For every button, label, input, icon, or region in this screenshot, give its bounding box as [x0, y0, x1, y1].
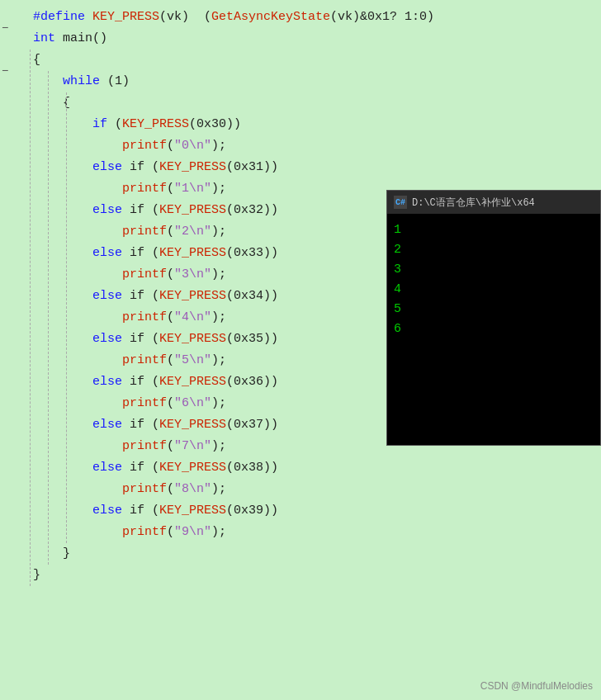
token: (0x36))	[226, 375, 278, 389]
token: "0\n"	[174, 139, 211, 153]
token: (	[107, 117, 122, 131]
token: "2\n"	[174, 225, 211, 239]
token: );	[211, 182, 226, 196]
token: );	[211, 396, 226, 410]
token: if	[33, 117, 107, 131]
token: "5\n"	[174, 353, 211, 367]
token: KEY_PRESS	[159, 203, 226, 217]
code-line: {	[0, 50, 601, 71]
token: else	[33, 418, 122, 432]
token: else	[33, 461, 122, 475]
token: (	[167, 525, 174, 539]
token: }	[33, 568, 40, 582]
token: (0x39))	[226, 504, 278, 518]
token: );	[211, 267, 226, 281]
line-content: }	[30, 565, 601, 586]
code-line: printf("9\n");	[0, 522, 601, 543]
token: else	[33, 246, 122, 260]
token: if (	[122, 332, 159, 346]
token: int	[33, 31, 55, 45]
token: (	[167, 182, 174, 196]
terminal-output-line: 1	[394, 220, 594, 240]
token: (	[167, 439, 174, 453]
terminal-output-line: 4	[394, 280, 594, 300]
token: (vk) (	[159, 10, 211, 24]
token: if (	[122, 289, 159, 303]
token: (0x32))	[226, 203, 278, 217]
token: "8\n"	[174, 482, 211, 496]
terminal-title: D:\C语言仓库\补作业\x64	[412, 196, 535, 210]
editor-area: #define KEY_PRESS(vk) (GetAsyncKeyState(…	[0, 0, 601, 700]
terminal-output-line: 2	[394, 240, 594, 260]
token: else	[33, 160, 122, 174]
token: KEY_PRESS	[159, 332, 226, 346]
token: printf	[33, 353, 167, 367]
terminal-body: 123456	[387, 214, 600, 445]
token: if (	[122, 203, 159, 217]
line-content: int main()	[30, 28, 601, 50]
token: while	[33, 74, 100, 88]
token: else	[33, 289, 122, 303]
line-content: #define KEY_PRESS(vk) (GetAsyncKeyState(…	[30, 7, 601, 28]
terminal-output-line: 6	[394, 319, 594, 339]
token: KEY_PRESS	[122, 117, 189, 131]
token: );	[211, 439, 226, 453]
token: if (	[122, 375, 159, 389]
token: (0x35))	[226, 332, 278, 346]
token: (vk)	[330, 10, 360, 24]
token: );	[211, 525, 226, 539]
token: );	[211, 310, 226, 324]
terminal-titlebar: C# D:\C语言仓库\补作业\x64	[387, 191, 600, 214]
code-line: {	[0, 92, 601, 114]
token: (	[167, 267, 174, 281]
token: KEY_PRESS	[159, 375, 226, 389]
token: (0x30))	[189, 117, 241, 131]
code-line: else if (KEY_PRESS(0x38))	[0, 457, 601, 479]
token: (0x31))	[226, 160, 278, 174]
terminal-output-line: 3	[394, 260, 594, 280]
terminal-window[interactable]: C# D:\C语言仓库\补作业\x64 123456	[386, 190, 601, 446]
terminal-icon: C#	[394, 196, 407, 209]
token: (1)	[100, 74, 130, 88]
token: KEY_PRESS	[159, 289, 226, 303]
token: (0x37))	[226, 418, 278, 432]
code-line: #define KEY_PRESS(vk) (GetAsyncKeyState(…	[0, 7, 601, 28]
token: KEY_PRESS	[159, 160, 226, 174]
token: &0x1? 1:0)	[360, 10, 434, 24]
token: else	[33, 203, 122, 217]
token: main()	[55, 31, 107, 45]
token: (	[167, 225, 174, 239]
line-content: else if (KEY_PRESS(0x39))	[30, 500, 601, 522]
token: "3\n"	[174, 267, 211, 281]
token: KEY_PRESS	[92, 10, 159, 24]
token: else	[33, 332, 122, 346]
line-content: {	[30, 50, 601, 71]
line-content: printf("9\n");	[30, 522, 601, 543]
token: (0x38))	[226, 461, 278, 475]
code-line: −int main()	[0, 28, 601, 50]
token: if (	[122, 246, 159, 260]
token: "4\n"	[174, 310, 211, 324]
token: );	[211, 353, 226, 367]
code-line: }	[0, 543, 601, 565]
watermark: CSDN @MindfulMelodies	[480, 680, 593, 692]
token: "1\n"	[174, 182, 211, 196]
token: else	[33, 504, 122, 518]
token: (	[167, 353, 174, 367]
token: KEY_PRESS	[159, 504, 226, 518]
token: (0x33))	[226, 246, 278, 260]
token: KEY_PRESS	[159, 418, 226, 432]
line-content: while (1)	[30, 71, 601, 92]
token: printf	[33, 310, 167, 324]
token: printf	[33, 396, 167, 410]
fold-indicator[interactable]: −	[2, 60, 8, 82]
terminal-output-line: 5	[394, 300, 594, 319]
token: "9\n"	[174, 525, 211, 539]
code-line: if (KEY_PRESS(0x30))	[0, 114, 601, 135]
token: );	[211, 482, 226, 496]
token: printf	[33, 182, 167, 196]
token: );	[211, 225, 226, 239]
code-line: else if (KEY_PRESS(0x39))	[0, 500, 601, 522]
token: printf	[33, 225, 167, 239]
fold-indicator[interactable]: −	[2, 17, 8, 39]
